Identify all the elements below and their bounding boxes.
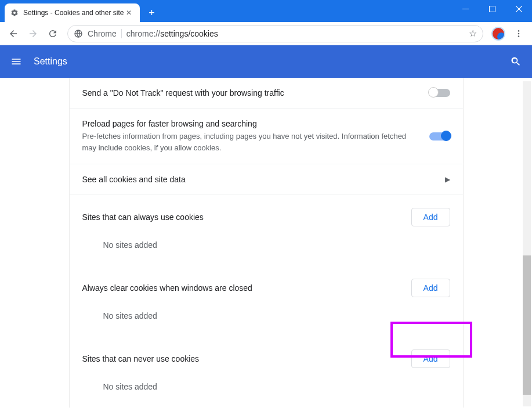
address-bar[interactable]: Chrome chrome://settings/cookies ☆ bbox=[67, 25, 483, 42]
origin-label: Chrome bbox=[88, 29, 117, 38]
chevron-right-icon: ▶ bbox=[445, 175, 450, 183]
close-window-button[interactable] bbox=[505, 0, 532, 17]
content-viewport: Send a "Do Not Track" request with your … bbox=[0, 78, 532, 418]
empty-state: No sites added bbox=[70, 374, 463, 408]
section-title: Sites that can never use cookies bbox=[82, 354, 411, 363]
add-button-clear[interactable]: Add bbox=[411, 279, 450, 297]
browser-toolbar: Chrome chrome://settings/cookies ☆ bbox=[0, 22, 532, 45]
settings-header: Settings bbox=[0, 45, 532, 78]
add-button-never[interactable]: Add bbox=[411, 349, 450, 368]
row-title: See all cookies and site data bbox=[82, 175, 438, 184]
new-tab-button[interactable]: + bbox=[143, 5, 160, 21]
back-button[interactable] bbox=[3, 25, 23, 42]
bookmark-star-icon[interactable]: ☆ bbox=[469, 28, 477, 39]
reload-button[interactable] bbox=[43, 25, 63, 42]
row-title: Send a "Do Not Track" request with your … bbox=[82, 88, 429, 98]
row-see-all-cookies[interactable]: See all cookies and site data ▶ bbox=[70, 164, 463, 195]
tab-title: Settings - Cookies and other site bbox=[23, 9, 124, 17]
site-info-icon[interactable] bbox=[74, 29, 83, 38]
add-button-always[interactable]: Add bbox=[411, 208, 450, 226]
gear-icon bbox=[10, 9, 19, 17]
svg-rect-1 bbox=[489, 6, 495, 12]
window-controls bbox=[452, 0, 532, 17]
forward-button[interactable] bbox=[23, 25, 43, 42]
close-icon[interactable]: ✕ bbox=[124, 9, 134, 17]
section-title: Always clear cookies when windows are cl… bbox=[82, 283, 411, 293]
row-title: Preload pages for faster browsing and se… bbox=[82, 119, 429, 128]
maximize-button[interactable] bbox=[479, 0, 505, 17]
empty-state: No sites added bbox=[70, 232, 463, 266]
window-titlebar: Settings - Cookies and other site ✕ + bbox=[0, 0, 532, 22]
svg-rect-0 bbox=[462, 9, 469, 9]
svg-point-3 bbox=[518, 30, 520, 32]
section-always-use: Sites that can always use cookies Add bbox=[70, 195, 463, 232]
section-never-use: Sites that can never use cookies Add bbox=[70, 337, 463, 374]
row-description: Pre-fetches information from pages, incl… bbox=[82, 131, 407, 153]
svg-point-4 bbox=[518, 33, 520, 34]
vertical-scrollbar[interactable] bbox=[523, 81, 531, 406]
menu-icon[interactable] bbox=[10, 56, 22, 67]
url-text: chrome://settings/cookies bbox=[126, 29, 218, 38]
toggle-do-not-track[interactable] bbox=[429, 89, 450, 97]
scrollbar-thumb[interactable] bbox=[523, 255, 531, 395]
empty-state: No sites added bbox=[70, 303, 463, 337]
page-title: Settings bbox=[34, 56, 67, 67]
browser-tab[interactable]: Settings - Cookies and other site ✕ bbox=[5, 3, 140, 22]
separator bbox=[121, 29, 122, 38]
menu-button[interactable] bbox=[509, 25, 529, 42]
svg-point-5 bbox=[518, 35, 520, 37]
section-title: Sites that can always use cookies bbox=[82, 212, 411, 222]
search-icon[interactable] bbox=[510, 56, 522, 67]
minimize-button[interactable] bbox=[452, 0, 479, 17]
toggle-preload[interactable] bbox=[429, 132, 450, 140]
profile-avatar[interactable] bbox=[491, 27, 505, 41]
section-clear-on-close: Always clear cookies when windows are cl… bbox=[70, 266, 463, 303]
settings-card: Send a "Do Not Track" request with your … bbox=[69, 78, 464, 408]
row-preload[interactable]: Preload pages for faster browsing and se… bbox=[70, 109, 463, 164]
row-do-not-track[interactable]: Send a "Do Not Track" request with your … bbox=[70, 78, 463, 109]
